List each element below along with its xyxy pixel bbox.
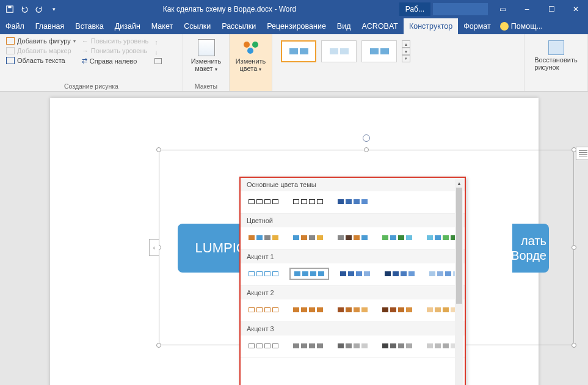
colors-icon (242, 39, 260, 56)
color-swatch[interactable] (336, 233, 369, 242)
group-create-graphic: Добавить фигуру ▾ Добавить маркер Област… (0, 34, 183, 91)
layout-icon (198, 39, 215, 56)
tell-me[interactable]: Помощ... (500, 18, 543, 34)
tab-references[interactable]: Ссылки (178, 18, 216, 34)
right-to-left-button[interactable]: ⇄Справа налево (81, 56, 150, 65)
color-swatch[interactable] (247, 197, 280, 206)
style-thumb-2[interactable] (321, 40, 357, 62)
qat-customize-icon[interactable]: ▾ (48, 3, 60, 15)
color-swatch[interactable] (336, 306, 369, 314)
section-accent3: Акцент 3 (241, 322, 465, 336)
color-swatch[interactable] (336, 197, 369, 206)
redo-icon[interactable] (33, 3, 45, 15)
color-swatch[interactable] (380, 306, 414, 314)
style-thumb-3[interactable] (361, 40, 397, 62)
window-title: Как сделать схему в Ворде.docx - Word (60, 5, 399, 13)
color-swatch[interactable] (291, 197, 325, 206)
move-up-button: ↑ (153, 38, 163, 46)
color-swatch[interactable] (247, 306, 280, 314)
ribbon-display-options-icon[interactable]: ▭ (490, 0, 515, 18)
group-smartart-styles: ▲▼▾ (272, 34, 524, 91)
change-colors-dropdown: Основные цвета темы Цветной Акце (239, 177, 466, 385)
tab-mailings[interactable]: Рассылки (216, 18, 261, 34)
layout-dir-button[interactable] (153, 57, 163, 65)
group-label-create: Создание рисунка (5, 81, 178, 90)
color-swatch[interactable] (247, 233, 280, 242)
smartart-shape-3[interactable]: латьВорде (512, 224, 549, 273)
tab-insert[interactable]: Вставка (70, 18, 109, 34)
scroll-up-icon[interactable]: ▲ (455, 179, 463, 188)
color-swatch[interactable] (291, 342, 325, 350)
scroll-thumb[interactable] (456, 188, 462, 304)
change-colors-button[interactable]: Изменить цвета ▾ (232, 37, 270, 75)
color-swatch[interactable] (425, 342, 459, 350)
tab-constructor[interactable]: Конструктор (404, 18, 458, 34)
group-reset: Восстановить рисунок (524, 34, 588, 91)
tab-view[interactable]: Вид (332, 18, 357, 34)
move-down-button: ↓ (153, 48, 163, 56)
document-area: ‹ LUMPICS латьВорде Основные цвета темы … (0, 92, 588, 385)
color-swatch-selected[interactable] (289, 268, 329, 280)
section-accent1: Акцент 1 (241, 250, 465, 263)
color-swatch[interactable] (425, 233, 459, 242)
group-label-layouts: Макеты (188, 81, 224, 90)
resize-handle[interactable] (156, 343, 161, 348)
demote-button: →Понизить уровень (81, 46, 150, 55)
reset-icon (548, 40, 564, 55)
color-swatch[interactable] (338, 270, 372, 278)
tab-design[interactable]: Дизайн (109, 18, 146, 34)
tab-acrobat[interactable]: ACROBAT (356, 18, 404, 34)
color-swatch[interactable] (380, 233, 414, 242)
tab-layout[interactable]: Макет (146, 18, 178, 34)
tell-me-label: Помощ... (511, 22, 543, 31)
color-swatch[interactable] (383, 270, 416, 278)
tab-review[interactable]: Рецензирование (261, 18, 332, 34)
minimize-button[interactable]: – (515, 0, 539, 18)
save-icon[interactable] (4, 3, 16, 15)
tab-home[interactable]: Главная (30, 18, 70, 34)
dropdown-scrollbar[interactable]: ▲ ▼ (455, 179, 463, 385)
svg-rect-1 (8, 6, 11, 9)
resize-handle[interactable] (156, 147, 161, 152)
layout-options-button[interactable] (576, 147, 588, 160)
text-pane-toggle[interactable]: ‹ (149, 239, 159, 256)
smartart-tools-tab[interactable]: Раб... (399, 2, 430, 16)
color-swatch[interactable] (247, 270, 280, 278)
color-swatch[interactable] (291, 306, 325, 314)
maximize-button[interactable]: ☐ (539, 0, 564, 18)
title-bar: ▾ Как сделать схему в Ворде.docx - Word … (0, 0, 588, 18)
close-button[interactable]: ✕ (564, 0, 588, 18)
tab-file[interactable]: Файл (0, 18, 30, 34)
style-gallery[interactable]: ▲▼▾ (277, 37, 414, 66)
user-account-box[interactable] (433, 3, 488, 15)
lightbulb-icon (500, 22, 509, 31)
gallery-spinner[interactable]: ▲▼▾ (402, 40, 410, 62)
resize-handle[interactable] (364, 147, 369, 152)
ribbon-tabs: Файл Главная Вставка Дизайн Макет Ссылки… (0, 18, 588, 34)
promote-button: ←Повысить уровень (81, 37, 150, 45)
color-swatch[interactable] (336, 342, 369, 350)
color-swatch[interactable] (247, 342, 280, 350)
section-colorful: Цветной (241, 214, 465, 227)
group-change-colors: Изменить цвета ▾ (230, 34, 272, 91)
resize-handle[interactable] (572, 343, 576, 348)
resize-handle[interactable] (572, 245, 576, 250)
tab-format[interactable]: Формат (458, 18, 496, 34)
add-bullet-button: Добавить маркер (5, 46, 77, 55)
style-thumb-1[interactable] (281, 40, 316, 62)
ribbon: Добавить фигуру ▾ Добавить маркер Област… (0, 34, 588, 92)
color-swatch[interactable] (425, 306, 459, 314)
color-swatch[interactable] (291, 233, 325, 242)
color-swatch[interactable] (380, 342, 414, 350)
undo-icon[interactable] (18, 3, 31, 15)
section-accent2: Акцент 2 (241, 286, 465, 299)
rotate-handle-icon[interactable] (363, 134, 370, 142)
add-shape-button[interactable]: Добавить фигуру ▾ (5, 37, 77, 45)
text-pane-button[interactable]: Область текста (5, 56, 77, 65)
reset-graphic-button[interactable]: Восстановить рисунок (529, 37, 583, 75)
section-theme-colors: Основные цвета темы (241, 178, 465, 191)
change-layout-button[interactable]: Изменить макет ▾ (187, 37, 225, 75)
group-layouts: Изменить макет ▾ Макеты (183, 34, 230, 91)
